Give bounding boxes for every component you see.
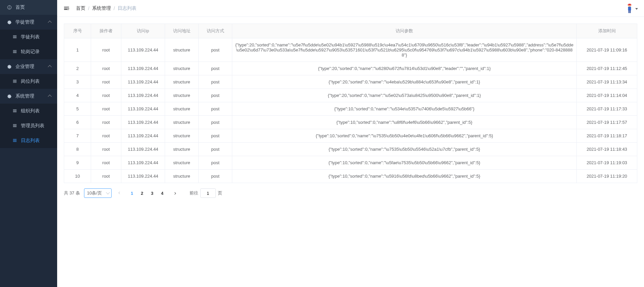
content: 序号 操作者 访问ip 访问地址 访问方式 访问参数 添加时间 1root113… bbox=[57, 17, 644, 287]
user-menu[interactable] bbox=[626, 3, 638, 13]
cell-url: structure bbox=[165, 102, 199, 116]
cell-seq: 8 bbox=[64, 143, 91, 156]
svg-rect-3 bbox=[629, 4, 631, 5]
cell-operator: root bbox=[91, 170, 121, 183]
cell-ip: 113.109.224.44 bbox=[121, 129, 165, 143]
nav-admin-list[interactable]: 管理员列表 bbox=[0, 118, 57, 133]
breadcrumb-logs: 日志列表 bbox=[118, 5, 136, 11]
table-row: 4root113.109.224.44structurepost{"type":… bbox=[64, 89, 637, 102]
cell-seq: 4 bbox=[64, 89, 91, 102]
pager-jump-prefix: 前往 bbox=[190, 190, 198, 196]
pager-page-3[interactable]: 3 bbox=[147, 188, 157, 198]
nav-log-list-label: 日志列表 bbox=[21, 138, 40, 144]
cell-method: post bbox=[199, 38, 232, 62]
breadcrumb-separator: / bbox=[114, 6, 115, 11]
chevron-up-icon bbox=[48, 21, 51, 24]
nav-org-list[interactable]: 组织列表 bbox=[0, 104, 57, 118]
cell-operator: root bbox=[91, 75, 121, 89]
pager-jump-suffix: 页 bbox=[218, 190, 222, 196]
nav-apprentice-list-label: 学徒列表 bbox=[21, 34, 40, 40]
table-icon bbox=[12, 49, 17, 55]
pager-next[interactable] bbox=[170, 188, 180, 198]
nav-system-mgmt[interactable]: 系统管理 bbox=[0, 89, 57, 104]
cell-time: 2021-07-19 11:19:03 bbox=[577, 156, 637, 170]
cell-operator: root bbox=[91, 143, 121, 156]
table-icon bbox=[12, 34, 17, 40]
table-icon bbox=[12, 108, 17, 114]
cell-operator: root bbox=[91, 129, 121, 143]
cell-time: 2021-07-19 11:13:34 bbox=[577, 75, 637, 89]
page-size-label: 10条/页 bbox=[87, 190, 102, 196]
gear-icon bbox=[7, 20, 12, 25]
th-ip: 访问ip bbox=[121, 24, 165, 38]
table-header-row: 序号 操作者 访问ip 访问地址 访问方式 访问参数 添加时间 bbox=[64, 24, 637, 38]
cell-time: 2021-07-19 11:17:57 bbox=[577, 116, 637, 129]
table-row: 6root113.109.224.44structurepost{"type":… bbox=[64, 116, 637, 129]
hamburger-icon bbox=[63, 5, 70, 12]
cell-seq: 2 bbox=[64, 62, 91, 75]
toggle-sidebar-button[interactable] bbox=[63, 5, 70, 12]
chevron-up-icon bbox=[48, 95, 51, 98]
cell-params: {"type":10,"sorted":0,"name":"\u5fae\u75… bbox=[232, 156, 577, 170]
cell-method: post bbox=[199, 116, 232, 129]
table-icon bbox=[12, 138, 17, 143]
table-row: 2root113.109.224.44structurepost{"type":… bbox=[64, 62, 637, 75]
nav-apprentice-mgmt[interactable]: 学徒管理 bbox=[0, 15, 57, 30]
caret-down-icon bbox=[635, 8, 638, 10]
nav-home-label: 首页 bbox=[15, 4, 25, 10]
log-table: 序号 操作者 访问ip 访问地址 访问方式 访问参数 添加时间 1root113… bbox=[64, 24, 637, 183]
svg-rect-6 bbox=[630, 10, 631, 13]
nav-apprentice-list[interactable]: 学徒列表 bbox=[0, 30, 57, 44]
cell-seq: 5 bbox=[64, 102, 91, 116]
nav-rotation-record[interactable]: 轮岗记录 bbox=[0, 44, 57, 59]
cell-method: post bbox=[199, 129, 232, 143]
nav-log-list[interactable]: 日志列表 bbox=[0, 133, 57, 148]
nav-apprentice-mgmt-label: 学徒管理 bbox=[15, 19, 34, 25]
th-operator: 操作者 bbox=[91, 24, 121, 38]
cell-seq: 6 bbox=[64, 116, 91, 129]
cell-ip: 113.109.224.44 bbox=[121, 102, 165, 116]
table-row: 5root113.109.224.44structurepost{"type":… bbox=[64, 102, 637, 116]
nav-enterprise-mgmt[interactable]: 企业管理 bbox=[0, 59, 57, 74]
cell-method: post bbox=[199, 102, 232, 116]
th-url: 访问地址 bbox=[165, 24, 199, 38]
nav-group-system: 系统管理 组织列表 管理员列表 日志列表 bbox=[0, 89, 57, 148]
table-icon bbox=[12, 123, 17, 129]
breadcrumb-separator: / bbox=[88, 6, 89, 11]
cell-seq: 1 bbox=[64, 38, 91, 62]
breadcrumb-system[interactable]: 系统管理 bbox=[92, 5, 111, 11]
cell-params: {"type":10,"sorted":0,"name":"\u5916\u56… bbox=[232, 170, 577, 183]
cell-time: 2021-07-19 11:19:20 bbox=[577, 170, 637, 183]
pager-jump-input[interactable] bbox=[200, 188, 216, 198]
cell-url: structure bbox=[165, 75, 199, 89]
cell-ip: 113.109.224.44 bbox=[121, 62, 165, 75]
cell-operator: root bbox=[91, 62, 121, 75]
pager-jump: 前往 页 bbox=[190, 188, 222, 198]
chevron-down-icon bbox=[106, 190, 110, 194]
page-size-select[interactable]: 10条/页 bbox=[84, 188, 112, 198]
pager-prev[interactable] bbox=[114, 188, 124, 198]
pager-page-4[interactable]: 4 bbox=[157, 188, 167, 198]
pager-page-2[interactable]: 2 bbox=[137, 188, 147, 198]
cell-url: structure bbox=[165, 143, 199, 156]
th-method: 访问方式 bbox=[199, 24, 232, 38]
cell-seq: 3 bbox=[64, 75, 91, 89]
breadcrumb: 首页 / 系统管理 / 日志列表 bbox=[76, 5, 136, 11]
cell-time: 2021-07-19 11:18:43 bbox=[577, 143, 637, 156]
cell-operator: root bbox=[91, 89, 121, 102]
cell-seq: 10 bbox=[64, 170, 91, 183]
cell-seq: 9 bbox=[64, 156, 91, 170]
nav-position-list[interactable]: 岗位列表 bbox=[0, 74, 57, 89]
breadcrumb-home[interactable]: 首页 bbox=[76, 5, 85, 11]
cell-method: post bbox=[199, 62, 232, 75]
cell-time: 2021-07-19 11:18:17 bbox=[577, 129, 637, 143]
nav-home[interactable]: 首页 bbox=[0, 0, 57, 15]
pager-total: 共 37 条 bbox=[64, 190, 80, 196]
pager-page-1[interactable]: 1 bbox=[127, 188, 137, 198]
cell-ip: 113.109.224.44 bbox=[121, 116, 165, 129]
svg-rect-5 bbox=[629, 10, 630, 13]
gear-icon bbox=[7, 94, 12, 99]
nav-group-enterprise: 企业管理 岗位列表 bbox=[0, 59, 57, 89]
cell-params: {"type":20,"sorted":0,"name":"\u5e02\u57… bbox=[232, 89, 577, 102]
gear-icon bbox=[7, 64, 12, 69]
